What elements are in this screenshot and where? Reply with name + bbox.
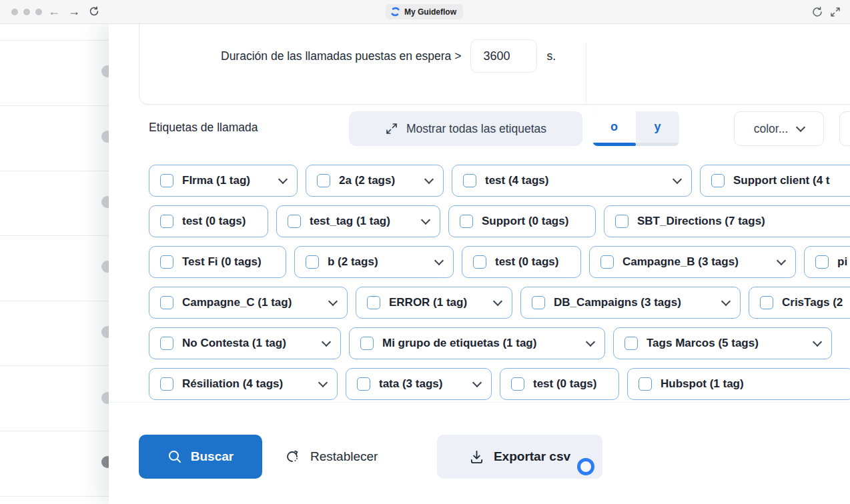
tag-label: test (0 tags) [182,215,246,228]
chevron-down-icon[interactable] [434,255,444,265]
tag-chip[interactable]: tata (3 tags) [346,368,492,400]
chevron-down-icon[interactable] [421,215,430,224]
tag-checkbox[interactable] [160,174,173,187]
reset-button[interactable]: Restablecer [284,435,418,479]
tag-chip[interactable]: Résiliation (4 tags) [149,368,338,400]
tag-checkbox[interactable] [473,255,486,269]
chevron-down-icon[interactable] [813,337,822,346]
search-icon [167,449,182,464]
window-dot-2[interactable] [23,9,30,15]
tag-checkbox[interactable] [639,377,652,391]
search-button[interactable]: Buscar [139,435,262,479]
background-row-divider [0,40,109,41]
chevron-down-icon[interactable] [493,296,502,305]
tag-checkbox[interactable] [367,296,380,309]
tag-search-input[interactable]: Se [839,111,850,146]
tag-chip[interactable]: DB_Campaigns (3 tags) [520,287,741,319]
background-row-divider [0,235,109,236]
chevron-down-icon[interactable] [777,255,786,265]
reload-icon[interactable] [85,3,103,20]
export-csv-button[interactable]: Exportar csv [437,435,602,479]
tag-checkbox[interactable] [532,296,545,309]
tag-chip[interactable]: test_tag (1 tag) [276,205,440,237]
tag-label: SBT_Directions (7 tags) [637,215,765,228]
tag-checkbox[interactable] [615,215,628,228]
tag-checkbox[interactable] [463,174,476,187]
tag-chip[interactable]: FIrma (1 tag) [149,165,298,197]
show-all-tags-button[interactable]: Mostrar todas las etiquetas [349,111,582,146]
tag-checkbox[interactable] [317,174,330,187]
tag-checkbox[interactable] [460,215,473,228]
tag-chip[interactable]: b (2 tags) [294,246,454,278]
tag-chip[interactable]: Hubspot (1 tag) [627,368,850,400]
forward-icon[interactable]: → [65,3,83,20]
tag-chip[interactable]: Mi grupo de etiquetas (1 tag) [349,327,605,359]
tag-row: Test Fi (0 tags)b (2 tags)test (0 tags)C… [149,246,850,278]
tag-checkbox[interactable] [160,337,173,350]
tag-checkbox[interactable] [288,215,301,228]
tag-label: CrisTags (2 [782,296,843,309]
tag-chip[interactable]: test (0 tags) [462,246,581,278]
back-icon[interactable]: ← [45,3,63,20]
tag-chip[interactable]: Support client (4 t [700,165,850,197]
tag-checkbox[interactable] [360,337,374,350]
chevron-down-icon[interactable] [278,174,288,183]
tag-label: Support (0 tags) [482,215,568,228]
tag-checkbox[interactable] [306,255,319,269]
operator-option-o[interactable]: o [592,111,636,143]
export-button-label: Exportar csv [494,449,570,464]
tag-label: Hubspot (1 tag) [661,377,744,391]
tag-chip[interactable]: Campagne_B (3 tags) [589,246,796,278]
color-dropdown[interactable]: color... [734,111,824,146]
tag-chip[interactable]: 2a (2 tags) [306,165,444,197]
tag-chip[interactable]: test (0 tags) [149,205,268,237]
duration-input[interactable]: 3600 [470,39,537,73]
tag-checkbox[interactable] [624,337,638,350]
tag-chip[interactable]: No Contesta (1 tag) [149,327,341,359]
tag-label: Tags Marcos (5 tags) [647,337,759,350]
tag-checkbox[interactable] [600,255,614,269]
tag-chip[interactable]: ERROR (1 tag) [356,287,512,319]
tag-chip[interactable]: test (0 tags) [500,368,619,400]
tag-checkbox[interactable] [160,215,173,228]
window-dot-3[interactable] [35,9,42,15]
window-dot-1[interactable] [11,9,18,15]
tag-label: test_tag (1 tag) [310,215,390,228]
tag-label: Résiliation (4 tags) [182,377,283,391]
tag-chip[interactable]: Support (0 tags) [448,205,596,237]
tag-checkbox[interactable] [760,296,773,309]
chevron-down-icon[interactable] [472,377,482,387]
tag-chip[interactable]: CrisTags (2 [749,287,850,319]
tag-checkbox[interactable] [711,174,725,187]
chevron-down-icon[interactable] [322,337,331,346]
tag-chip[interactable]: Test Fi (0 tags) [149,246,286,278]
tag-checkbox[interactable] [511,377,524,391]
chevron-down-icon[interactable] [586,337,595,346]
tag-chip[interactable]: Campagne_C (1 tag) [149,287,348,319]
tag-chip[interactable]: Tags Marcos (5 tags) [613,327,832,359]
tag-label: Test Fi (0 tags) [182,255,262,269]
background-row-divider [0,301,109,301]
tag-chip[interactable]: pi [804,246,850,278]
tag-rows: FIrma (1 tag)2a (2 tags)test (4 tags)Sup… [149,165,850,409]
chevron-down-icon[interactable] [424,174,434,183]
expand-icon[interactable] [829,6,841,18]
circular-arrow-icon[interactable] [811,6,823,18]
tag-checkbox[interactable] [160,296,173,309]
tag-label: ERROR (1 tag) [389,296,467,309]
browser-chrome: ← → My Guideflow [0,0,850,24]
chevron-down-icon[interactable] [721,296,731,305]
operator-option-y[interactable]: y [636,111,679,143]
chevron-down-icon[interactable] [673,174,682,183]
show-all-tags-label: Mostrar todas las etiquetas [406,122,546,136]
tag-checkbox[interactable] [815,255,829,269]
tag-chip[interactable]: SBT_Directions (7 tags) [604,205,850,237]
chevron-down-icon[interactable] [328,296,338,305]
duration-label: Duración de las llamadas puestas en espe… [221,49,461,63]
tag-checkbox[interactable] [160,377,173,391]
window-title-text: My Guideflow [404,7,456,17]
tag-checkbox[interactable] [160,255,173,269]
tag-chip[interactable]: test (4 tags) [452,165,692,197]
chevron-down-icon[interactable] [318,377,328,387]
tag-checkbox[interactable] [357,377,370,391]
